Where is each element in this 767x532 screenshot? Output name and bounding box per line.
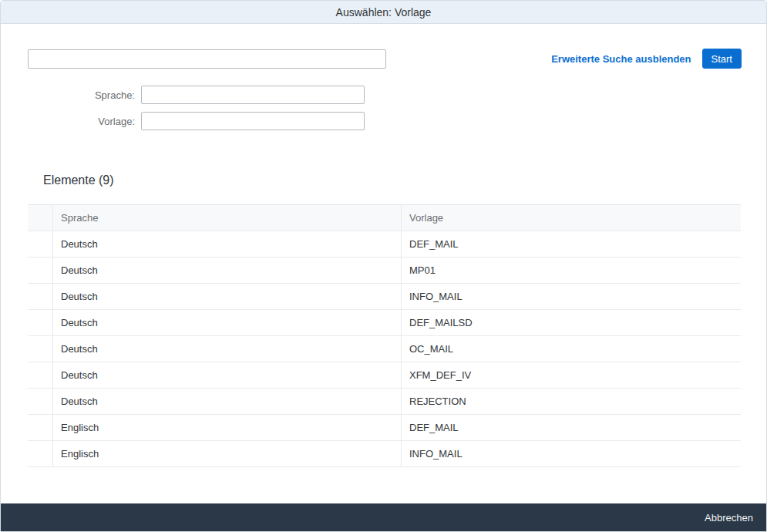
row-sprache-cell: Deutsch [53,231,402,257]
row-sprache-cell: Deutsch [53,389,402,414]
header-vorlage: Vorlage [402,205,741,231]
vorlage-input[interactable] [141,112,365,130]
table-row[interactable]: DeutschINFO_MAIL [28,284,741,310]
row-vorlage-cell: XFM_DEF_IV [402,362,741,388]
row-vorlage-cell: DEF_MAIL [402,415,741,440]
dialog-title: Auswählen: Vorlage [336,6,432,19]
results-table: Sprache Vorlage DeutschDEF_MAILDeutschMP… [28,204,741,467]
row-sprache-cell: Deutsch [53,258,402,283]
row-select-cell[interactable] [28,336,53,362]
row-select-cell[interactable] [28,310,53,335]
row-sprache-cell: Deutsch [53,336,402,362]
row-vorlage-cell: INFO_MAIL [402,284,741,309]
table-row[interactable]: EnglischINFO_MAIL [28,441,741,467]
row-vorlage-cell: REJECTION [402,389,741,414]
row-vorlage-cell: OC_MAIL [402,336,741,362]
row-select-cell[interactable] [28,441,53,466]
row-select-cell[interactable] [28,389,53,414]
advanced-search-filters: Sprache: Vorlage: [28,86,742,130]
toolbar-actions: Erweiterte Suche ausblenden Start [551,49,742,69]
header-sprache: Sprache [53,205,402,231]
row-select-cell[interactable] [28,415,53,440]
search-toolbar: Erweiterte Suche ausblenden Start [28,49,742,69]
dialog-footer: Abbrechen [1,503,766,531]
row-select-cell[interactable] [28,258,53,283]
row-sprache-cell: Englisch [53,441,402,466]
table-row[interactable]: DeutschOC_MAIL [28,336,741,362]
vorlage-label: Vorlage: [28,116,141,127]
row-sprache-cell: Englisch [53,415,402,440]
row-vorlage-cell: MP01 [402,258,741,283]
filter-row-vorlage: Vorlage: [28,112,742,130]
search-input[interactable] [28,49,386,69]
table-row[interactable]: DeutschDEF_MAIL [28,231,741,258]
filter-row-sprache: Sprache: [28,86,742,104]
row-sprache-cell: Deutsch [53,362,402,388]
table-header-row: Sprache Vorlage [28,205,741,231]
results-heading: Elemente (9) [43,173,742,187]
row-vorlage-cell: DEF_MAIL [402,231,741,257]
table-row[interactable]: DeutschDEF_MAILSD [28,310,741,336]
cancel-button[interactable]: Abbrechen [703,509,755,527]
table-row[interactable]: DeutschXFM_DEF_IV [28,362,741,389]
table-row[interactable]: EnglischDEF_MAIL [28,415,741,441]
row-sprache-cell: Deutsch [53,310,402,335]
dialog-header: Auswählen: Vorlage [1,1,766,24]
table-body: DeutschDEF_MAILDeutschMP01DeutschINFO_MA… [28,231,741,467]
header-select-cell [28,205,53,231]
table-row[interactable]: DeutschMP01 [28,258,741,284]
row-vorlage-cell: DEF_MAILSD [402,310,741,335]
row-sprache-cell: Deutsch [53,284,402,309]
table-row[interactable]: DeutschREJECTION [28,389,741,415]
row-select-cell[interactable] [28,362,53,388]
select-template-dialog: Auswählen: Vorlage Erweiterte Suche ausb… [0,0,767,532]
advanced-search-toggle-link[interactable]: Erweiterte Suche ausblenden [551,53,691,65]
sprache-label: Sprache: [28,89,141,101]
dialog-body: Erweiterte Suche ausblenden Start Sprach… [1,24,766,503]
start-button[interactable]: Start [702,49,742,69]
row-select-cell[interactable] [28,231,53,257]
row-vorlage-cell: INFO_MAIL [402,441,741,466]
sprache-input[interactable] [141,86,365,104]
row-select-cell[interactable] [28,284,53,309]
